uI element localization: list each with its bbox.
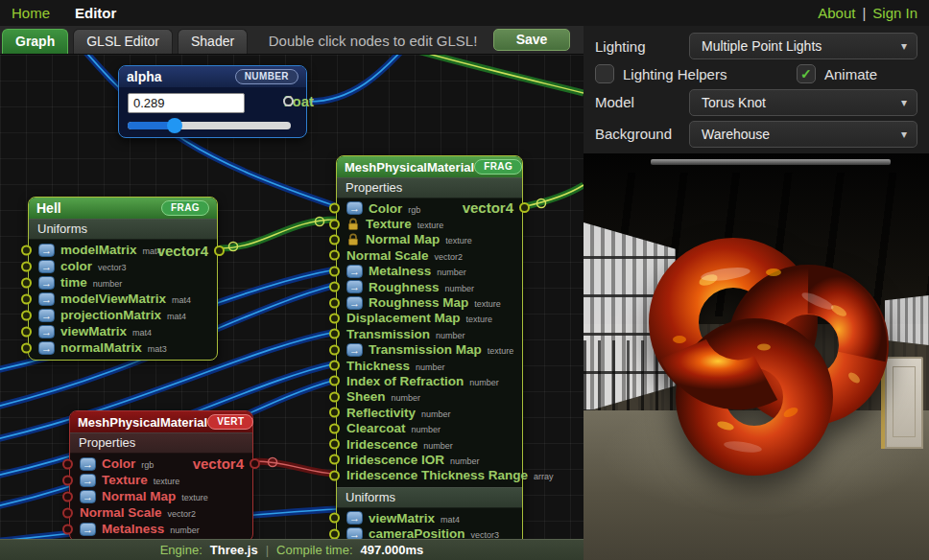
input-arrow-icon[interactable]: → bbox=[346, 511, 363, 525]
input-port[interactable] bbox=[21, 326, 32, 337]
topbar-right: About | Sign In bbox=[818, 5, 917, 21]
node-frag-header[interactable]: MeshPhysicalMaterial FRAG bbox=[337, 156, 522, 177]
input-port[interactable] bbox=[329, 455, 340, 465]
input-port[interactable] bbox=[329, 528, 340, 539]
row-label: Iridescence IOR bbox=[346, 453, 444, 467]
input-port[interactable] bbox=[21, 245, 32, 255]
animate-checkbox[interactable]: ✓ bbox=[797, 64, 816, 83]
input-port[interactable] bbox=[329, 329, 340, 339]
lighting-helpers-checkbox[interactable] bbox=[595, 64, 614, 83]
input-port[interactable] bbox=[21, 310, 32, 320]
signin-link[interactable]: Sign In bbox=[872, 5, 917, 21]
input-arrow-icon[interactable]: → bbox=[346, 527, 363, 539]
input-port[interactable] bbox=[329, 313, 340, 323]
input-port[interactable] bbox=[21, 293, 32, 304]
input-port[interactable] bbox=[329, 203, 340, 214]
node-alpha-header[interactable]: alpha NUMBER bbox=[119, 66, 306, 87]
node-vert-header[interactable]: MeshPhysicalMaterial VERT bbox=[70, 411, 252, 432]
node-alpha[interactable]: alpha NUMBER float bbox=[118, 65, 307, 138]
frag-badge: FRAG bbox=[474, 159, 522, 175]
tab-glsl-editor[interactable]: GLSL Editor bbox=[73, 29, 173, 54]
node-hell[interactable]: Hell FRAG Uniforms → modelMatrix mat4 bbox=[28, 197, 218, 361]
node-meshphysical-frag[interactable]: MeshPhysicalMaterial FRAG Properties → C… bbox=[336, 155, 523, 539]
input-port[interactable] bbox=[329, 234, 340, 245]
input-port[interactable] bbox=[62, 507, 73, 518]
input-port[interactable] bbox=[329, 408, 340, 418]
save-button[interactable]: Save bbox=[493, 29, 570, 51]
input-port[interactable] bbox=[329, 439, 340, 450]
input-arrow-icon[interactable]: → bbox=[38, 244, 55, 257]
input-arrow-icon[interactable]: → bbox=[346, 343, 363, 357]
engine-value: Three.js bbox=[210, 543, 258, 557]
input-arrow-icon[interactable]: → bbox=[80, 474, 96, 487]
checkbox-row: Lighting Helpers ✓ Animate bbox=[595, 64, 917, 83]
alpha-slider[interactable] bbox=[128, 122, 291, 129]
input-port[interactable] bbox=[329, 344, 340, 355]
input-port[interactable] bbox=[62, 475, 73, 485]
output-port[interactable] bbox=[214, 245, 225, 256]
node-row: Iridescence IOR number bbox=[337, 452, 522, 467]
three-d-viewport[interactable] bbox=[584, 153, 929, 560]
tab-shader[interactable]: Shader bbox=[178, 29, 248, 54]
input-arrow-icon[interactable]: → bbox=[346, 265, 363, 278]
input-arrow-icon[interactable]: → bbox=[38, 260, 55, 273]
input-port[interactable] bbox=[329, 266, 340, 276]
chevron-down-icon: ▾ bbox=[901, 96, 907, 109]
animate-label: Animate bbox=[824, 66, 877, 82]
input-port[interactable] bbox=[329, 423, 340, 433]
input-port[interactable] bbox=[21, 342, 32, 353]
input-port[interactable] bbox=[329, 219, 340, 229]
input-arrow-icon[interactable]: → bbox=[346, 296, 363, 310]
input-port[interactable] bbox=[329, 376, 340, 386]
tab-graph[interactable]: Graph bbox=[2, 29, 68, 54]
input-port[interactable] bbox=[62, 458, 73, 469]
input-port[interactable] bbox=[62, 491, 73, 502]
row-type: number bbox=[412, 422, 441, 434]
row-label: Roughness bbox=[369, 280, 440, 294]
row-label: Transmission bbox=[346, 327, 430, 341]
uniforms-section-header: Uniforms bbox=[29, 219, 217, 240]
input-port[interactable] bbox=[62, 524, 73, 534]
input-port[interactable] bbox=[21, 261, 32, 271]
torus-knot-model[interactable] bbox=[620, 234, 908, 485]
background-label: Background bbox=[595, 126, 689, 142]
background-select[interactable]: Warehouse ▾ bbox=[689, 121, 917, 148]
input-port[interactable] bbox=[329, 470, 340, 480]
nav-editor-label: Editor bbox=[75, 5, 116, 21]
input-port[interactable] bbox=[329, 391, 340, 402]
input-port[interactable] bbox=[329, 282, 340, 292]
node-graph-canvas[interactable]: alpha NUMBER float bbox=[0, 55, 584, 539]
row-type: texture bbox=[488, 343, 514, 356]
row-type: number bbox=[423, 438, 453, 451]
input-port[interactable] bbox=[329, 361, 340, 371]
input-arrow-icon[interactable]: → bbox=[38, 325, 55, 338]
input-arrow-icon[interactable]: → bbox=[38, 292, 55, 306]
input-arrow-icon[interactable]: → bbox=[38, 309, 55, 322]
alpha-value-input[interactable] bbox=[128, 93, 245, 113]
input-port[interactable] bbox=[21, 277, 32, 288]
input-arrow-icon[interactable]: → bbox=[346, 201, 363, 215]
input-arrow-icon[interactable]: → bbox=[38, 341, 55, 355]
node-meshphysical-vert[interactable]: MeshPhysicalMaterial VERT Properties → C… bbox=[69, 410, 253, 539]
input-arrow-icon[interactable]: → bbox=[80, 523, 96, 536]
row-type: rgb bbox=[408, 202, 420, 215]
input-arrow-icon[interactable]: → bbox=[80, 457, 96, 471]
input-port[interactable] bbox=[329, 513, 340, 524]
about-link[interactable]: About bbox=[818, 5, 855, 21]
lighting-select[interactable]: Multiple Point Lights ▾ bbox=[689, 33, 917, 59]
alpha-slider-thumb[interactable] bbox=[167, 118, 182, 133]
model-select[interactable]: Torus Knot ▾ bbox=[689, 89, 917, 116]
output-port[interactable] bbox=[250, 458, 260, 469]
input-arrow-icon[interactable]: → bbox=[346, 280, 363, 293]
row-label: Color bbox=[369, 201, 402, 216]
node-hell-header[interactable]: Hell FRAG bbox=[29, 198, 217, 219]
output-port[interactable] bbox=[519, 202, 530, 213]
row-label: Normal Map bbox=[102, 489, 176, 503]
nav-home-link[interactable]: Home bbox=[12, 5, 50, 21]
input-arrow-icon[interactable]: → bbox=[38, 276, 55, 290]
node-row: → Metalness number bbox=[70, 521, 252, 537]
input-arrow-icon[interactable]: → bbox=[80, 490, 96, 503]
row-label: Metalness bbox=[369, 264, 431, 278]
input-port[interactable] bbox=[329, 297, 340, 308]
input-port[interactable] bbox=[329, 250, 340, 261]
